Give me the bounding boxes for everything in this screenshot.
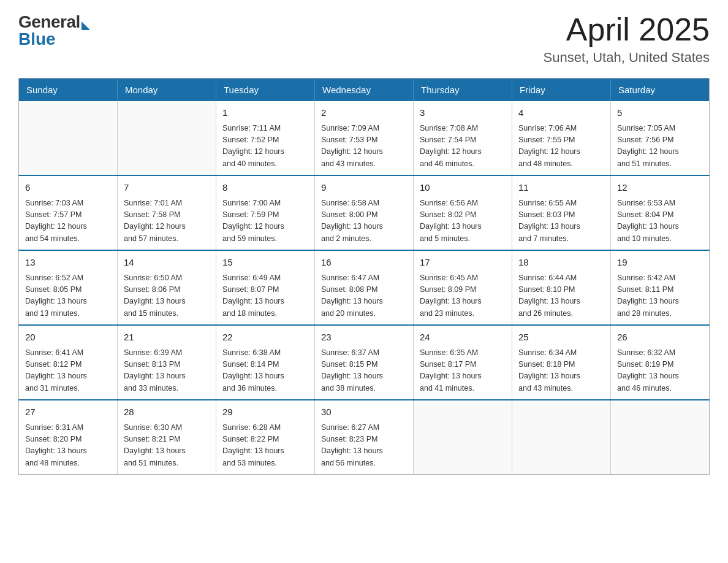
logo-general-text: General	[18, 12, 80, 31]
day-info: Sunrise: 6:28 AM Sunset: 8:22 PM Dayligh…	[222, 422, 308, 470]
calendar-day-cell: 19Sunrise: 6:42 AM Sunset: 8:11 PM Dayli…	[611, 250, 710, 325]
day-number: 15	[222, 256, 308, 270]
calendar-day-cell	[118, 101, 216, 175]
day-number: 30	[321, 405, 407, 419]
calendar-day-cell	[611, 400, 710, 475]
calendar-day-cell: 14Sunrise: 6:50 AM Sunset: 8:06 PM Dayli…	[118, 250, 216, 325]
day-number: 23	[321, 331, 407, 345]
weekday-header-friday: Friday	[512, 79, 611, 102]
calendar-day-cell: 15Sunrise: 6:49 AM Sunset: 8:07 PM Dayli…	[216, 250, 315, 325]
day-number: 24	[420, 331, 506, 345]
calendar-week-row: 13Sunrise: 6:52 AM Sunset: 8:05 PM Dayli…	[19, 250, 710, 325]
calendar-day-cell: 23Sunrise: 6:37 AM Sunset: 8:15 PM Dayli…	[315, 325, 414, 400]
day-number: 4	[518, 106, 604, 120]
calendar-header-row: SundayMondayTuesdayWednesdayThursdayFrid…	[19, 79, 710, 102]
day-number: 29	[222, 405, 308, 419]
calendar-day-cell	[414, 400, 512, 475]
day-info: Sunrise: 6:42 AM Sunset: 8:11 PM Dayligh…	[617, 272, 703, 320]
day-number: 10	[420, 181, 506, 195]
calendar-day-cell: 11Sunrise: 6:55 AM Sunset: 8:03 PM Dayli…	[512, 175, 611, 250]
calendar-day-cell: 12Sunrise: 6:53 AM Sunset: 8:04 PM Dayli…	[611, 175, 710, 250]
day-info: Sunrise: 6:31 AM Sunset: 8:20 PM Dayligh…	[25, 422, 111, 470]
day-info: Sunrise: 6:49 AM Sunset: 8:07 PM Dayligh…	[222, 272, 308, 320]
calendar-day-cell: 13Sunrise: 6:52 AM Sunset: 8:05 PM Dayli…	[19, 250, 118, 325]
day-number: 9	[321, 181, 407, 195]
calendar-day-cell: 25Sunrise: 6:34 AM Sunset: 8:18 PM Dayli…	[512, 325, 611, 400]
calendar-day-cell: 4Sunrise: 7:06 AM Sunset: 7:55 PM Daylig…	[512, 101, 611, 175]
logo: General Blue	[18, 12, 90, 49]
calendar-day-cell	[512, 400, 611, 475]
calendar-day-cell: 2Sunrise: 7:09 AM Sunset: 7:53 PM Daylig…	[315, 101, 414, 175]
day-number: 18	[518, 256, 604, 270]
calendar-day-cell: 26Sunrise: 6:32 AM Sunset: 8:19 PM Dayli…	[611, 325, 710, 400]
weekday-header-wednesday: Wednesday	[315, 79, 414, 102]
day-info: Sunrise: 7:08 AM Sunset: 7:54 PM Dayligh…	[420, 123, 506, 170]
calendar-day-cell: 28Sunrise: 6:30 AM Sunset: 8:21 PM Dayli…	[118, 400, 216, 475]
calendar-day-cell	[19, 101, 118, 175]
day-info: Sunrise: 6:44 AM Sunset: 8:10 PM Dayligh…	[518, 272, 604, 320]
day-number: 20	[25, 331, 111, 345]
calendar-day-cell: 29Sunrise: 6:28 AM Sunset: 8:22 PM Dayli…	[216, 400, 315, 475]
calendar-day-cell: 30Sunrise: 6:27 AM Sunset: 8:23 PM Dayli…	[315, 400, 414, 475]
day-info: Sunrise: 6:30 AM Sunset: 8:21 PM Dayligh…	[124, 422, 210, 470]
day-info: Sunrise: 6:34 AM Sunset: 8:18 PM Dayligh…	[518, 347, 604, 395]
day-info: Sunrise: 6:37 AM Sunset: 8:15 PM Dayligh…	[321, 347, 407, 395]
day-info: Sunrise: 6:52 AM Sunset: 8:05 PM Dayligh…	[25, 272, 111, 320]
day-info: Sunrise: 7:05 AM Sunset: 7:56 PM Dayligh…	[617, 123, 703, 170]
day-info: Sunrise: 6:55 AM Sunset: 8:03 PM Dayligh…	[518, 197, 604, 245]
day-info: Sunrise: 6:39 AM Sunset: 8:13 PM Dayligh…	[124, 347, 210, 395]
day-info: Sunrise: 7:03 AM Sunset: 7:57 PM Dayligh…	[25, 197, 111, 245]
weekday-header-saturday: Saturday	[611, 79, 710, 102]
day-info: Sunrise: 6:53 AM Sunset: 8:04 PM Dayligh…	[617, 197, 703, 245]
calendar-week-row: 1Sunrise: 7:11 AM Sunset: 7:52 PM Daylig…	[19, 101, 710, 175]
day-number: 25	[518, 331, 604, 345]
day-info: Sunrise: 6:56 AM Sunset: 8:02 PM Dayligh…	[420, 197, 506, 245]
calendar-day-cell: 24Sunrise: 6:35 AM Sunset: 8:17 PM Dayli…	[414, 325, 512, 400]
day-number: 1	[222, 106, 308, 120]
day-number: 11	[518, 181, 604, 195]
logo-blue-text: Blue	[18, 29, 90, 49]
calendar-day-cell: 3Sunrise: 7:08 AM Sunset: 7:54 PM Daylig…	[414, 101, 512, 175]
page-title: April 2025	[544, 12, 710, 47]
day-info: Sunrise: 6:32 AM Sunset: 8:19 PM Dayligh…	[617, 347, 703, 395]
day-info: Sunrise: 6:58 AM Sunset: 8:00 PM Dayligh…	[321, 197, 407, 245]
logo-triangle-icon	[82, 21, 90, 30]
weekday-header-monday: Monday	[118, 79, 216, 102]
title-block: April 2025 Sunset, Utah, United States	[544, 12, 710, 66]
calendar-day-cell: 5Sunrise: 7:05 AM Sunset: 7:56 PM Daylig…	[611, 101, 710, 175]
day-info: Sunrise: 7:06 AM Sunset: 7:55 PM Dayligh…	[518, 123, 604, 170]
weekday-header-tuesday: Tuesday	[216, 79, 315, 102]
calendar-day-cell: 10Sunrise: 6:56 AM Sunset: 8:02 PM Dayli…	[414, 175, 512, 250]
day-info: Sunrise: 6:38 AM Sunset: 8:14 PM Dayligh…	[222, 347, 308, 395]
calendar-day-cell: 6Sunrise: 7:03 AM Sunset: 7:57 PM Daylig…	[19, 175, 118, 250]
day-number: 14	[124, 256, 210, 270]
calendar-week-row: 20Sunrise: 6:41 AM Sunset: 8:12 PM Dayli…	[19, 325, 710, 400]
day-info: Sunrise: 6:41 AM Sunset: 8:12 PM Dayligh…	[25, 347, 111, 395]
day-info: Sunrise: 7:11 AM Sunset: 7:52 PM Dayligh…	[222, 123, 308, 170]
calendar-day-cell: 22Sunrise: 6:38 AM Sunset: 8:14 PM Dayli…	[216, 325, 315, 400]
day-info: Sunrise: 6:35 AM Sunset: 8:17 PM Dayligh…	[420, 347, 506, 395]
day-info: Sunrise: 6:47 AM Sunset: 8:08 PM Dayligh…	[321, 272, 407, 320]
day-number: 13	[25, 256, 111, 270]
day-number: 16	[321, 256, 407, 270]
weekday-header-thursday: Thursday	[414, 79, 512, 102]
day-info: Sunrise: 6:50 AM Sunset: 8:06 PM Dayligh…	[124, 272, 210, 320]
calendar-table: SundayMondayTuesdayWednesdayThursdayFrid…	[18, 78, 710, 475]
day-number: 27	[25, 405, 111, 419]
day-number: 28	[124, 405, 210, 419]
day-number: 3	[420, 106, 506, 120]
day-number: 12	[617, 181, 703, 195]
calendar-day-cell: 8Sunrise: 7:00 AM Sunset: 7:59 PM Daylig…	[216, 175, 315, 250]
day-number: 21	[124, 331, 210, 345]
day-number: 2	[321, 106, 407, 120]
day-number: 7	[124, 181, 210, 195]
calendar-day-cell: 7Sunrise: 7:01 AM Sunset: 7:58 PM Daylig…	[118, 175, 216, 250]
calendar-day-cell: 21Sunrise: 6:39 AM Sunset: 8:13 PM Dayli…	[118, 325, 216, 400]
calendar-day-cell: 17Sunrise: 6:45 AM Sunset: 8:09 PM Dayli…	[414, 250, 512, 325]
weekday-header-sunday: Sunday	[19, 79, 118, 102]
day-number: 22	[222, 331, 308, 345]
calendar-week-row: 27Sunrise: 6:31 AM Sunset: 8:20 PM Dayli…	[19, 400, 710, 475]
day-number: 19	[617, 256, 703, 270]
calendar-day-cell: 18Sunrise: 6:44 AM Sunset: 8:10 PM Dayli…	[512, 250, 611, 325]
day-number: 6	[25, 181, 111, 195]
